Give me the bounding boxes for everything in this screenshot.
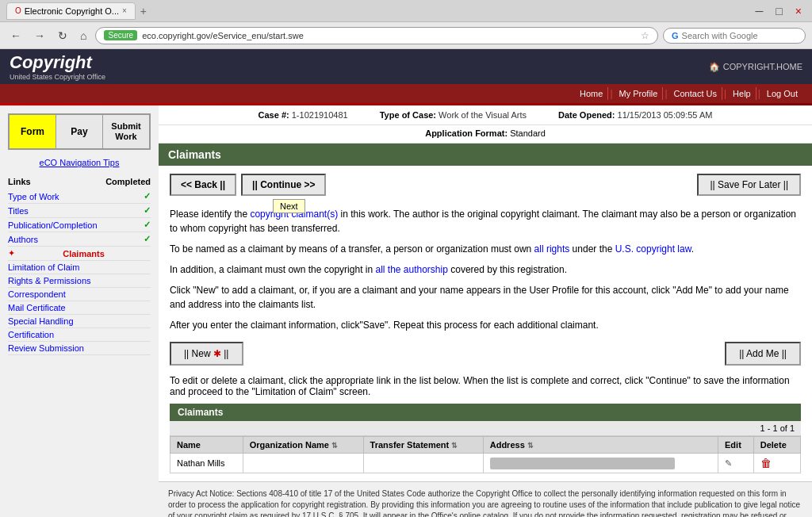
content-area: Case #: 1-1021910481 Type of Case: Work … [159,105,812,517]
col-transfer[interactable]: Transfer Statement ⇅ [363,437,483,454]
row-org [243,454,363,473]
nav-limitation-of-claim[interactable]: Limitation of Claim [8,261,151,274]
section-header: Claimants [159,144,812,166]
step-submit-button[interactable]: SubmitWork [103,115,149,148]
table-pagination: 1 - 1 of 1 [170,421,801,436]
edit-icon[interactable]: ✎ [725,458,732,468]
nav-buttons-row: << Back || || Continue >> Next || Save F… [170,174,801,196]
tooltip-popup: Next [273,199,305,213]
claimants-table: Name Organization Name ⇅ Transfer Statem… [170,436,801,473]
home-link-text: COPYRIGHT.HOME [723,62,802,71]
reload-button[interactable]: ↻ [54,28,71,44]
logo-subtitle: United States Copyright Office [10,73,105,81]
instruction-para-4: Click "New" to add a claimant, or, if yo… [170,283,801,312]
us-copyright-law-link[interactable]: U.S. copyright law [615,243,691,255]
col-org-name[interactable]: Organization Name ⇅ [243,437,363,454]
tab-title: Electronic Copyright O... [25,6,119,16]
nav-special-handling[interactable]: Special Handling [8,315,151,328]
address-blurred: ████████████████ [490,458,675,469]
copyright-logo: Copyright United States Copyright Office [10,52,105,81]
col-name: Name [170,437,243,454]
privacy-notice: Privacy Act Notice: Sections 408-410 of … [159,481,812,517]
nav-log-out[interactable]: Log Out [762,87,802,100]
tab-close-button[interactable]: × [122,6,127,15]
app-format-bar: Application Format: Standard [159,128,812,144]
sort-transfer-icon[interactable]: ⇅ [451,442,458,450]
all-rights-link[interactable]: all rights [534,243,570,255]
sort-address-icon[interactable]: ⇅ [527,442,534,450]
nav-correspondent[interactable]: Correspondent [8,288,151,301]
case-info-bar: Case #: 1-1021910481 Type of Case: Work … [159,105,812,125]
nav-type-of-work[interactable]: Type of Work ✓ [8,190,151,204]
copyright-home-link[interactable]: 🏠 COPYRIGHT.HOME [709,62,802,72]
row-delete[interactable]: 🗑 [753,454,800,473]
home-icon: 🏠 [709,62,720,72]
continue-button[interactable]: || Continue >> [241,174,326,196]
maximize-button[interactable]: □ [772,3,786,19]
table-header-row: Name Organization Name ⇅ Transfer Statem… [170,437,801,454]
browser-toolbar: ← → ↻ ⌂ Secure eco.copyright.gov/eServic… [0,22,812,49]
step-form-button[interactable]: Form [10,115,56,148]
close-button[interactable]: × [791,3,806,19]
header-top: Copyright United States Copyright Office… [0,49,812,84]
date-opened: Date Opened: 11/15/2013 05:09:55 AM [558,110,712,120]
new-tab-button[interactable]: + [140,5,147,17]
delete-icon[interactable]: 🗑 [760,457,772,469]
sidebar: Form Pay SubmitWork eCO Navigation Tips … [0,105,159,517]
col-address[interactable]: Address ⇅ [483,437,718,454]
nav-review-submission[interactable]: Review Submission [8,342,151,355]
browser-tab[interactable]: O Electronic Copyright O... × [6,2,136,20]
back-button[interactable]: << Back || [170,174,236,196]
site-header: Copyright United States Copyright Office… [0,49,812,105]
all-authorship-link[interactable]: all the authorship [375,264,447,275]
table-row: Nathan Mills ████████████████ ✎ [170,454,801,473]
nav-certification[interactable]: Certification [8,328,151,342]
save-for-later-button[interactable]: || Save For Later || [697,174,801,196]
bookmark-icon[interactable]: ☆ [641,30,649,41]
col-edit: Edit [718,437,754,454]
action-buttons: || New ✱ || || Add Me || [170,342,801,366]
asterisk-icon: ✱ [213,348,221,359]
step-pay-button[interactable]: Pay [56,115,103,148]
sort-org-icon[interactable]: ⇅ [331,442,338,450]
nav-titles[interactable]: Titles ✓ [8,204,151,218]
case-number-label: Case #: 1-1021910481 [259,110,348,120]
form-steps: Form Pay SubmitWork [8,113,151,150]
delete-link[interactable]: delete [212,375,238,386]
instruction-para-5: After you enter the claimant information… [170,318,801,332]
row-edit[interactable]: ✎ [718,454,754,473]
nav-tips-link[interactable]: eCO Navigation Tips [8,158,151,167]
home-button[interactable]: ⌂ [76,28,90,44]
add-me-button[interactable]: || Add Me || [725,342,801,366]
minimize-button[interactable]: ─ [751,3,767,19]
secure-badge: Secure [104,30,137,40]
address-bar[interactable]: Secure eco.copyright.gov/eService_enu/st… [95,27,658,44]
instruction-para-3: In addition, a claimant must own the cop… [170,262,801,277]
forward-button[interactable]: → [30,28,49,44]
claimants-table-header: Claimants [170,404,801,421]
nav-authors[interactable]: Authors ✓ [8,232,151,247]
nav-home[interactable]: Home [575,87,608,100]
page-wrapper: Copyright United States Copyright Office… [0,49,812,517]
edit-link[interactable]: edit [182,375,197,386]
nav-help[interactable]: Help [728,87,756,100]
nav-rights-permissions[interactable]: Rights & Permissions [8,274,151,288]
search-bar[interactable]: G [663,28,806,44]
logo-text: Copyright [10,52,92,72]
nav-claimants[interactable]: ✦ Claimants [8,247,151,261]
claimants-section: Claimants 1 - 1 of 1 Name Organization N… [170,404,801,473]
search-engine-icon: G [672,31,679,40]
row-transfer [363,454,483,473]
back-button[interactable]: ← [6,28,25,44]
header-nav: Home | My Profile | Contact Us | Help | … [0,84,812,103]
nav-my-profile[interactable]: My Profile [615,87,664,100]
nav-contact-us[interactable]: Contact Us [669,87,722,100]
search-input[interactable] [682,31,777,40]
opera-icon: O [15,6,21,15]
new-claimant-button[interactable]: || New ✱ || [170,342,243,366]
nav-mail-certificate[interactable]: Mail Certificate [8,301,151,315]
nav-publication-completion[interactable]: Publication/Completion ✓ [8,218,151,232]
main-container: Form Pay SubmitWork eCO Navigation Tips … [0,105,812,517]
instruction-para-1: Please identify the copyright claimant(s… [170,207,801,236]
edit-instructions: To edit or delete a claimant, click the … [170,375,801,397]
